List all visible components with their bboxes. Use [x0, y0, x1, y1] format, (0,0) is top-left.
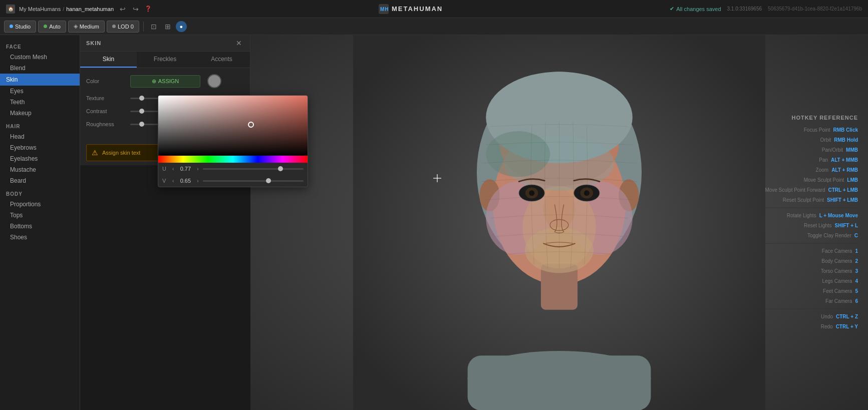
hk-far-camera: Far Camera 6: [765, 297, 858, 306]
lod-dot: [112, 25, 116, 28]
sidebar-item-teeth[interactable]: Teeth: [0, 97, 80, 108]
sidebar-item-eyelashes[interactable]: Eyelashes: [0, 153, 80, 164]
contrast-label: Contrast: [86, 108, 126, 114]
svg-text:MH: MH: [380, 7, 389, 12]
sidebar-item-makeup[interactable]: Makeup: [0, 108, 80, 119]
sidebar-item-beard[interactable]: Beard: [0, 175, 80, 186]
color-label: Color: [86, 78, 126, 84]
left-sidebar: FACE Custom Mesh Blend Skin Eyes Teeth M…: [0, 35, 80, 410]
texture-label: Texture: [86, 95, 126, 101]
svg-rect-27: [468, 355, 651, 410]
hotkey-title: HOTKEY REFERENCE: [765, 113, 858, 123]
roughness-slider-thumb[interactable]: [139, 122, 144, 127]
hk-separator-2: [765, 243, 858, 244]
sidebar-item-eyes[interactable]: Eyes: [0, 86, 80, 97]
auto-label: Auto: [49, 24, 61, 30]
hk-feet-camera: Feet Camera 5: [765, 287, 858, 296]
auto-button[interactable]: Auto: [38, 21, 66, 33]
assign-label: ASSIGN: [158, 78, 179, 84]
saved-status: ✔ All changes saved: [670, 6, 721, 12]
assign-button[interactable]: ⊕ ASSIGN: [130, 75, 200, 88]
tab-freckles[interactable]: Freckles: [137, 52, 193, 68]
hk-pan-orbit: Pan/Orbit MMB: [765, 146, 858, 155]
lod-label: LOD 0: [118, 24, 134, 30]
texture-slider-thumb[interactable]: [139, 96, 144, 101]
svg-point-22: [584, 190, 590, 196]
tab-accents[interactable]: Accents: [193, 52, 250, 68]
hk-separator-3: [765, 309, 858, 309]
v-slider-track[interactable]: [203, 180, 304, 182]
u-left-arrow[interactable]: ‹: [171, 166, 175, 172]
sidebar-item-bottoms[interactable]: Bottoms: [0, 221, 80, 232]
panel-close-button[interactable]: ✕: [234, 39, 244, 47]
u-slider-track[interactable]: [203, 168, 304, 170]
metahuman-logo: MH METAHUMAN: [379, 4, 443, 14]
color-gradient-area[interactable]: [158, 96, 308, 156]
medium-button[interactable]: ◈ Medium: [68, 21, 105, 33]
view-toggle-button[interactable]: ⊞: [162, 22, 174, 32]
fullscreen-button[interactable]: ⊡: [148, 22, 160, 32]
hk-move-sculpt-fwd: Move Sculpt Point Forward CTRL + LMB: [765, 186, 858, 195]
color-picker-popup: U ‹ 0.77 › V ‹ 0.65 ›: [158, 95, 308, 187]
breadcrumb: My MetaHumans / hanan_metahuman: [19, 6, 114, 12]
version-text: 3.1.0:33169656: [727, 6, 762, 12]
color-control: ⊕ ASSIGN: [130, 74, 244, 88]
u-row: U ‹ 0.77 ›: [158, 163, 308, 175]
breadcrumb-root[interactable]: My MetaHumans: [19, 6, 61, 12]
sidebar-item-mustache[interactable]: Mustache: [0, 164, 80, 175]
sidebar-item-blend[interactable]: Blend: [0, 63, 80, 74]
hk-reset-lights: Reset Lights SHIFT + L: [765, 221, 858, 230]
topbar-right: ✔ All changes saved 3.1.0:33169656 50635…: [670, 6, 862, 12]
undo-button[interactable]: ↩: [118, 4, 128, 14]
roughness-label: Roughness: [86, 121, 126, 127]
hk-rotate-lights: Rotate Lights L + Mouse Move: [765, 211, 858, 220]
sidebar-item-proportions[interactable]: Proportions: [0, 199, 80, 210]
sidebar-item-shoes[interactable]: Shoes: [0, 232, 80, 243]
v-row: V ‹ 0.65 ›: [158, 175, 308, 187]
logo-icon: MH: [379, 4, 389, 14]
sidebar-item-custom-mesh[interactable]: Custom Mesh: [0, 52, 80, 63]
v-right-arrow[interactable]: ›: [196, 178, 199, 184]
quality-icon: ◈: [74, 23, 78, 30]
hk-face-camera: Face Camera 1: [765, 247, 858, 256]
topbar-left: 🏠 My MetaHumans / hanan_metahuman ↩ ↪ ❓: [6, 4, 152, 14]
sidebar-item-tops[interactable]: Tops: [0, 210, 80, 221]
u-slider-thumb[interactable]: [278, 166, 283, 171]
viewport[interactable]: HOTKEY REFERENCE Focus Point RMB Click O…: [250, 35, 868, 410]
hk-separator-1: [765, 208, 858, 208]
studio-button[interactable]: Studio: [4, 21, 36, 33]
u-value: 0.77: [178, 166, 193, 172]
hk-reset-sculpt: Reset Sculpt Point SHIFT + LMB: [765, 196, 858, 205]
lod-button[interactable]: LOD 0: [107, 21, 139, 33]
app-logo: 🏠: [6, 5, 15, 14]
main-layout: FACE Custom Mesh Blend Skin Eyes Teeth M…: [0, 35, 868, 410]
hk-legs-camera: Legs Camera 4: [765, 277, 858, 286]
color-swatch[interactable]: [207, 74, 221, 88]
color-spectrum-bar[interactable]: [158, 156, 308, 163]
studio-dot: [10, 25, 13, 28]
help-icon[interactable]: ❓: [145, 6, 152, 12]
redo-button[interactable]: ↪: [131, 4, 141, 14]
hk-torso-camera: Torso Camera 3: [765, 267, 858, 276]
studio-label: Studio: [15, 24, 31, 30]
panel-header: SKIN ✕: [80, 35, 250, 52]
face-section-label: FACE: [0, 39, 80, 52]
sidebar-item-skin[interactable]: Skin: [0, 74, 80, 86]
contrast-slider-thumb[interactable]: [139, 109, 144, 114]
camera-button[interactable]: ●: [176, 21, 187, 32]
auto-dot: [44, 25, 47, 28]
u-label: U: [162, 166, 168, 172]
v-left-arrow[interactable]: ‹: [171, 178, 175, 184]
v-slider-thumb[interactable]: [266, 178, 271, 183]
color-crosshair: [248, 122, 254, 128]
v-value: 0.65: [178, 178, 193, 184]
plus-icon: ⊕: [152, 78, 156, 85]
warning-icon: ⚠: [92, 149, 98, 157]
tab-skin[interactable]: Skin: [80, 52, 137, 68]
u-right-arrow[interactable]: ›: [196, 166, 199, 172]
hk-redo: Redo CTRL + Y: [765, 322, 858, 331]
breadcrumb-current: hanan_metahuman: [66, 6, 114, 12]
hk-pan: Pan ALT + MMB: [765, 156, 858, 165]
sidebar-item-eyebrows[interactable]: Eyebrows: [0, 142, 80, 153]
sidebar-item-head[interactable]: Head: [0, 131, 80, 142]
